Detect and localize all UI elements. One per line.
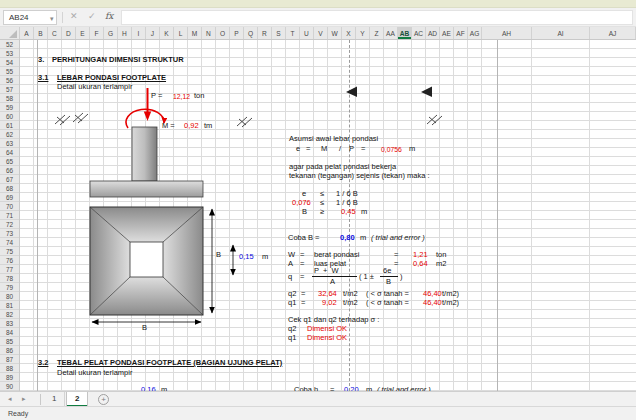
column-header[interactable]: L [174, 27, 188, 39]
name-box-value: AB24 [9, 13, 29, 22]
column-header[interactable]: U [300, 27, 314, 39]
name-box[interactable]: AB24 ▾ [3, 10, 57, 25]
column-header[interactable]: P [230, 27, 244, 39]
column-header[interactable]: S [272, 27, 286, 39]
cancel-icon[interactable]: ✕ [70, 11, 78, 21]
column-header[interactable]: AE [440, 27, 454, 39]
ribbon-edge [0, 0, 636, 8]
column-header[interactable]: Y [356, 27, 370, 39]
plan-view-shape [90, 207, 203, 315]
sheet-tab-2[interactable]: 2 [66, 392, 88, 407]
column-header[interactable]: X [342, 27, 356, 39]
foundation-diagram [0, 40, 636, 391]
break-mark-icon [73, 113, 88, 123]
column-header[interactable]: E [76, 27, 90, 39]
break-mark-icon [427, 115, 442, 125]
column-header[interactable]: D [62, 27, 76, 39]
column-header[interactable]: O [216, 27, 230, 39]
column-header[interactable]: C [48, 27, 62, 39]
triangle-marker-icon [421, 87, 432, 98]
select-all-corner[interactable] [0, 27, 20, 39]
column-header[interactable]: A [20, 27, 34, 39]
column-header[interactable]: W [328, 27, 342, 39]
column-header[interactable]: AD [426, 27, 440, 39]
formula-input[interactable] [121, 10, 633, 25]
column-header[interactable]: AF [454, 27, 468, 39]
column-header[interactable]: Q [244, 27, 258, 39]
divider [40, 394, 41, 405]
status-text: Ready [8, 410, 28, 417]
column-header[interactable]: J [146, 27, 160, 39]
column-header[interactable]: AA [384, 27, 398, 39]
column-header[interactable]: T [286, 27, 300, 39]
column-header[interactable]: AJ [590, 27, 636, 39]
insert-function-icon[interactable]: fx [105, 11, 113, 21]
column-header[interactable]: AI [532, 27, 590, 39]
break-mark-icon [55, 115, 70, 125]
column-header[interactable]: AC [412, 27, 426, 39]
column-header[interactable]: F [90, 27, 104, 39]
column-header[interactable]: V [314, 27, 328, 39]
column-header[interactable]: AG [468, 27, 482, 39]
name-box-dropdown-icon[interactable]: ▾ [50, 15, 54, 23]
column-header[interactable]: AB [398, 27, 412, 39]
tab-nav-left-icon[interactable]: ◂ [8, 395, 12, 403]
tab-nav-right-icon[interactable]: ▸ [22, 395, 26, 403]
column-shape [132, 127, 157, 181]
column-header[interactable]: AH [482, 27, 532, 39]
column-header[interactable]: R [258, 27, 272, 39]
formula-bar: AB24 ▾ ✕ ✓ fx [0, 8, 636, 27]
column-header[interactable]: K [160, 27, 174, 39]
column-header[interactable]: M [188, 27, 202, 39]
column-header[interactable]: H [118, 27, 132, 39]
column-header[interactable]: G [104, 27, 118, 39]
column-header[interactable]: N [202, 27, 216, 39]
break-mark-icon [237, 117, 252, 127]
column-header[interactable]: B [34, 27, 48, 39]
column-headers: ABCDEFGHIJKLMNOPQRSTUVWXYZAAABACADAEAFAG… [0, 27, 636, 40]
sheet-tab-bar: ◂ ▸ 1 2 + ◂ ▸ [0, 391, 636, 406]
column-header[interactable]: I [132, 27, 146, 39]
footing-shape [90, 181, 203, 197]
load-arrow-icon [144, 88, 151, 121]
column-header[interactable]: Z [370, 27, 384, 39]
triangle-marker-icon [346, 87, 357, 98]
divider [62, 12, 63, 23]
add-sheet-button[interactable]: + [98, 394, 109, 405]
status-bar: Ready [0, 406, 636, 420]
sheet-tab-1[interactable]: 1 [44, 392, 65, 407]
enter-icon[interactable]: ✓ [88, 11, 96, 21]
